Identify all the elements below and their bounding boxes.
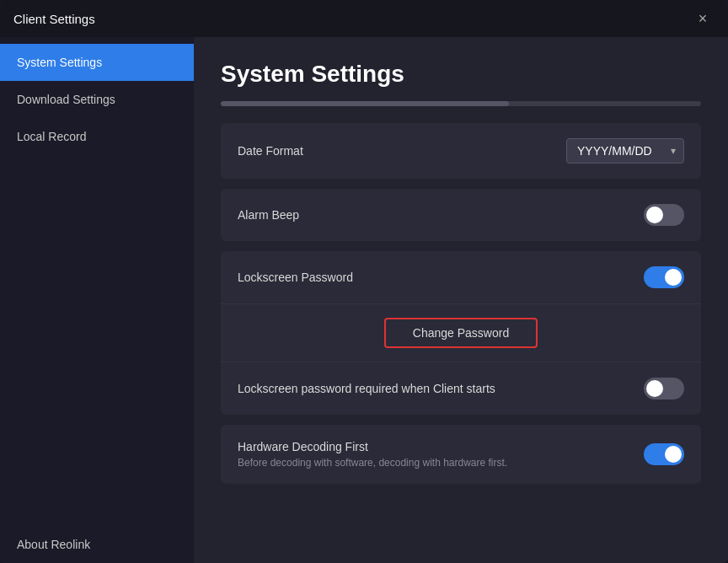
date-format-select[interactable]: YYYY/MM/DD MM/DD/YYYY DD/MM/YYYY	[566, 138, 684, 164]
hardware-decoding-toggle[interactable]	[644, 443, 684, 465]
hardware-decoding-slider	[644, 443, 684, 465]
date-format-section: Date Format YYYY/MM/DD MM/DD/YYYY DD/MM/…	[221, 123, 701, 179]
alarm-beep-section: Alarm Beep	[221, 189, 701, 241]
date-format-dropdown-wrapper: YYYY/MM/DD MM/DD/YYYY DD/MM/YYYY ▾	[566, 138, 684, 164]
sidebar-item-system-settings[interactable]: System Settings	[0, 44, 194, 81]
content-area: System Settings Download Settings Local …	[0, 37, 728, 563]
main-header: System Settings	[194, 37, 728, 101]
lockscreen-on-start-row: Lockscreen password required when Client…	[221, 362, 701, 415]
alarm-beep-slider	[644, 204, 684, 226]
change-password-row: Change Password	[221, 304, 701, 362]
sidebar-item-about-reolink[interactable]: About Reolink	[0, 526, 194, 563]
change-password-button[interactable]: Change Password	[384, 318, 538, 348]
main-panel: System Settings Date Format YYYY/MM/DD M…	[194, 37, 728, 563]
sidebar: System Settings Download Settings Local …	[0, 37, 194, 563]
alarm-beep-row: Alarm Beep	[221, 189, 701, 241]
hardware-decoding-row: Hardware Decoding First Before decoding …	[221, 425, 701, 484]
main-content[interactable]: Date Format YYYY/MM/DD MM/DD/YYYY DD/MM/…	[194, 101, 728, 563]
hardware-decoding-text: Hardware Decoding First Before decoding …	[238, 440, 507, 469]
window-title: Client Settings	[13, 12, 95, 26]
lockscreen-on-start-label: Lockscreen password required when Client…	[238, 382, 495, 395]
title-bar: Client Settings ×	[0, 0, 728, 37]
alarm-beep-label: Alarm Beep	[238, 208, 299, 222]
lockscreen-section: Lockscreen Password Change Password Lock…	[221, 251, 701, 415]
hardware-decoding-section: Hardware Decoding First Before decoding …	[221, 425, 701, 484]
lockscreen-password-slider	[644, 266, 684, 288]
hardware-decoding-sublabel: Before decoding with software, decoding …	[238, 457, 507, 469]
lockscreen-password-label: Lockscreen Password	[238, 271, 353, 284]
alarm-beep-toggle[interactable]	[644, 204, 684, 226]
lockscreen-on-start-slider	[644, 378, 684, 399]
hardware-decoding-label: Hardware Decoding First	[238, 440, 507, 453]
lockscreen-password-toggle[interactable]	[644, 266, 684, 288]
date-format-label: Date Format	[238, 144, 303, 158]
date-format-row: Date Format YYYY/MM/DD MM/DD/YYYY DD/MM/…	[221, 123, 701, 179]
progress-bar-fill	[221, 101, 509, 106]
lockscreen-on-start-toggle[interactable]	[644, 378, 684, 399]
sidebar-item-local-record[interactable]: Local Record	[0, 118, 194, 155]
sidebar-item-download-settings[interactable]: Download Settings	[0, 81, 194, 118]
page-title: System Settings	[221, 61, 701, 88]
close-button[interactable]: ×	[691, 7, 715, 30]
client-settings-window: Client Settings × System Settings Downlo…	[0, 0, 728, 563]
lockscreen-password-row: Lockscreen Password	[221, 251, 701, 304]
scroll-progress-bar	[221, 101, 701, 106]
